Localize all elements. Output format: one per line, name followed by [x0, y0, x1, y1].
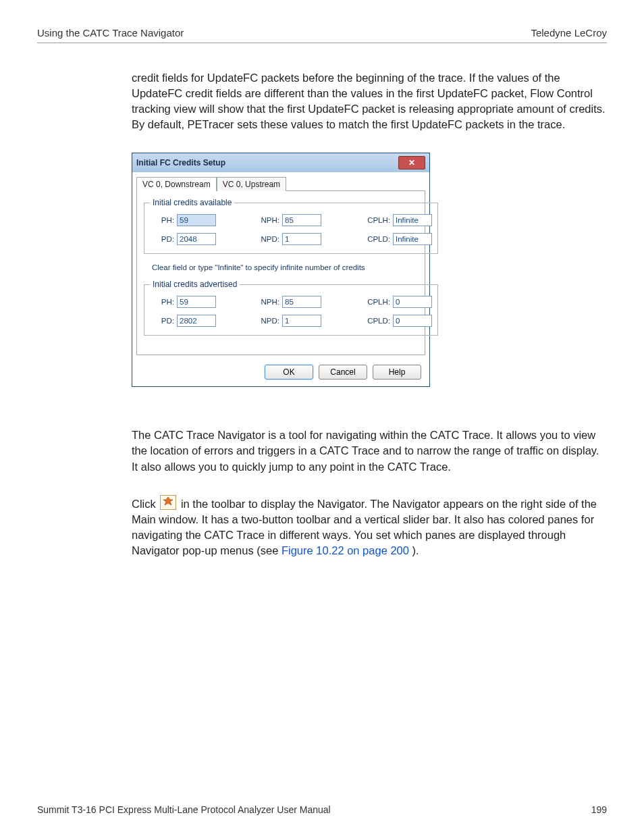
input-advertised-pd[interactable]	[177, 315, 216, 327]
header-left: Using the CATC Trace Navigator	[37, 27, 184, 38]
page-header: Using the CATC Trace Navigator Teledyne …	[37, 27, 607, 43]
input-available-nph[interactable]	[282, 214, 321, 226]
intro-paragraph: credit fields for UpdateFC packets befor…	[132, 70, 607, 132]
dialog-button-row: OK Cancel Help	[132, 359, 429, 386]
dialog-tabs: VC 0, Downstream VC 0, Upstream	[132, 172, 429, 190]
initial-fc-credits-dialog: Initial FC Credits Setup ✕ VC 0, Downstr…	[132, 153, 430, 387]
input-available-npd[interactable]	[282, 233, 321, 245]
label-npd-adv: NPD:	[255, 317, 279, 325]
group-initial-credits-advertised: Initial credits advertised PH: NPH: CPLH…	[144, 280, 438, 336]
input-advertised-cpld[interactable]	[393, 315, 432, 327]
label-ph: PH:	[150, 216, 174, 224]
footer-title: Summit T3-16 PCI Express Multi-Lane Prot…	[37, 804, 331, 815]
input-advertised-ph[interactable]	[177, 296, 216, 308]
label-nph: NPH:	[255, 216, 279, 224]
label-nph-adv: NPH:	[255, 298, 279, 306]
cancel-button[interactable]: Cancel	[319, 365, 367, 380]
tab-vc0-downstream[interactable]: VC 0, Downstream	[136, 177, 217, 191]
close-button[interactable]: ✕	[398, 156, 425, 170]
figure-cross-reference[interactable]: Figure 10.22 on page 200	[281, 544, 409, 556]
input-advertised-nph[interactable]	[282, 296, 321, 308]
input-available-pd[interactable]	[177, 233, 216, 245]
dialog-title-text: Initial FC Credits Setup	[136, 158, 225, 167]
footer-page-number: 199	[591, 804, 607, 815]
label-cpld: CPLD:	[360, 235, 390, 243]
svg-marker-0	[163, 497, 173, 505]
ok-button[interactable]: OK	[265, 365, 313, 380]
label-pd: PD:	[150, 235, 174, 243]
input-advertised-npd[interactable]	[282, 315, 321, 327]
header-right: Teledyne LeCroy	[531, 27, 607, 38]
input-available-cpld[interactable]	[393, 233, 432, 245]
label-npd: NPD:	[255, 235, 279, 243]
click-paragraph: Click in the toolbar to display the Navi…	[132, 495, 607, 558]
dialog-titlebar: Initial FC Credits Setup ✕	[132, 153, 429, 172]
label-cplh-adv: CPLH:	[360, 298, 390, 306]
navigator-description-paragraph: The CATC Trace Navigator is a tool for n…	[132, 427, 607, 474]
tab-vc0-upstream[interactable]: VC 0, Upstream	[217, 177, 286, 191]
label-cplh: CPLH:	[360, 216, 390, 224]
group-available-title: Initial credits available	[150, 198, 234, 207]
input-available-cplh[interactable]	[393, 214, 432, 226]
page-footer: Summit T3-16 PCI Express Multi-Lane Prot…	[37, 804, 607, 815]
input-available-ph[interactable]	[177, 214, 216, 226]
label-pd-adv: PD:	[150, 317, 174, 325]
group-initial-credits-available: Initial credits available PH: NPH: CPLH:…	[144, 198, 438, 254]
click-text-end: ).	[412, 544, 419, 556]
group-advertised-title: Initial credits advertised	[150, 280, 240, 289]
label-ph-adv: PH:	[150, 298, 174, 306]
dialog-tab-body: Initial credits available PH: NPH: CPLH:…	[136, 190, 425, 355]
infinite-hint: Clear field or type "Infinite" to specif…	[152, 263, 418, 271]
help-button[interactable]: Help	[373, 365, 421, 380]
click-text-pre: Click	[132, 498, 159, 510]
label-cpld-adv: CPLD:	[360, 317, 390, 325]
navigator-toolbar-icon	[160, 495, 176, 510]
input-advertised-cplh[interactable]	[393, 296, 432, 308]
